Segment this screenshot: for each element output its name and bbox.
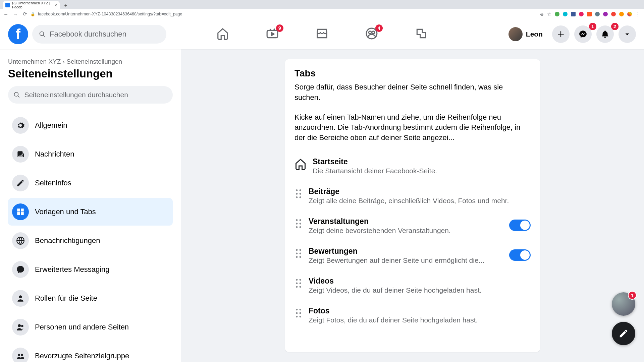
ext-icon-6[interactable] (595, 12, 600, 16)
svg-point-37 (300, 279, 301, 281)
toggle-switch[interactable] (509, 249, 531, 261)
tabs-card: Tabs Sorge dafür, dass Besucher deiner S… (285, 59, 540, 352)
breadcrumb-page-link[interactable]: Unternehmen XYZ (8, 58, 61, 65)
sidebar-title: Seiteneinstellungen (8, 67, 173, 80)
chevron-down-icon (623, 30, 632, 39)
browser-address-bar: ← → ⟳ 🔒 facebook.com/Unternehmen-XYZ-104… (0, 9, 644, 19)
profile-avatar (508, 27, 523, 41)
new-tab-button[interactable]: + (62, 2, 69, 8)
content-area: Tabs Sorge dafür, dass Besucher deiner S… (181, 49, 644, 362)
nav-marketplace[interactable] (316, 27, 328, 41)
drag-handle-icon[interactable] (294, 189, 303, 198)
drag-handle-icon[interactable] (294, 219, 303, 228)
ext-icon-10[interactable] (627, 12, 632, 16)
url-field[interactable]: 🔒 facebook.com/Unternehmen-XYZ-104338234… (31, 12, 537, 16)
svg-rect-10 (17, 212, 20, 215)
tab-row-bewertungen[interactable]: Bewertungen Zeigt Bewertungen auf deiner… (294, 241, 531, 270)
ext-icon-9[interactable] (619, 12, 624, 16)
card-description-2: Kicke auf einen Tab-Namen und ziehe, um … (294, 112, 531, 143)
watch-badge: 9 (276, 24, 283, 32)
messenger-button[interactable]: 1 (574, 25, 592, 43)
sidebar-item-personen-seiten[interactable]: Personen und andere Seiten (8, 313, 173, 341)
create-button[interactable] (552, 25, 570, 43)
svg-point-0 (40, 32, 44, 36)
floating-new-message-button[interactable] (612, 322, 635, 345)
messenger-badge: 1 (589, 23, 596, 30)
svg-point-5 (372, 31, 375, 34)
ext-icon-7[interactable] (603, 12, 608, 16)
toggle-switch[interactable] (509, 220, 531, 231)
ext-icon-3[interactable] (571, 12, 576, 16)
drag-handle-icon[interactable] (294, 279, 303, 288)
profile-name: Leon (526, 30, 543, 38)
sidebar-item-label: Rollen für die Seite (35, 294, 97, 303)
close-tab-icon[interactable]: × (54, 3, 57, 8)
tab-row-videos[interactable]: Videos Zeigt Videos, die du auf deiner S… (294, 270, 531, 300)
svg-point-24 (296, 219, 298, 221)
ext-menu-icon[interactable]: ⋮ (635, 11, 641, 17)
tab-row-veranstaltungen[interactable]: Veranstaltungen Zeigt deine bevorstehend… (294, 211, 531, 241)
svg-point-27 (300, 223, 301, 224)
sidebar-item-allgemein[interactable]: Allgemein (8, 112, 173, 139)
tab-row-fotos[interactable]: Fotos Zeigt Fotos, die du auf deiner Sei… (294, 300, 531, 330)
reload-icon[interactable]: ⟳ (23, 11, 27, 17)
facebook-search[interactable] (32, 25, 166, 44)
svg-point-33 (300, 252, 301, 254)
sidebar-item-vorlagen-tabs[interactable]: Vorlagen und Tabs (8, 198, 173, 226)
zoom-icon[interactable]: ⊕ (540, 12, 544, 17)
sidebar-item-seiteninfos[interactable]: Seiteninfos (8, 169, 173, 197)
facebook-favicon (5, 3, 10, 7)
tab-row-beitraege[interactable]: Beiträge Zeigt alle deine Beiträge, eins… (294, 181, 531, 211)
notifications-button[interactable]: 2 (596, 25, 614, 43)
back-icon[interactable]: ← (3, 11, 8, 17)
drag-handle-icon[interactable] (294, 308, 303, 318)
sidebar-item-label: Bevorzugte Seitenzielgruppe (35, 352, 129, 360)
floating-chat-badge: 1 (628, 291, 637, 300)
sidebar-search[interactable] (8, 86, 173, 104)
nav-watch[interactable]: 9 (266, 27, 279, 41)
account-menu-button[interactable] (619, 25, 636, 43)
nav-groups[interactable]: 4 (365, 27, 378, 41)
svg-point-35 (300, 256, 301, 258)
ext-icon-5[interactable] (587, 12, 592, 16)
nav-gaming[interactable] (415, 27, 428, 41)
profile-chip[interactable]: Leon (506, 25, 547, 43)
svg-point-44 (296, 312, 298, 314)
svg-point-42 (296, 309, 298, 310)
svg-point-31 (300, 249, 301, 251)
nav-home[interactable] (216, 27, 229, 41)
floating-chat-avatar[interactable]: 1 (612, 292, 635, 316)
tab-description: Zeigt Videos, die du auf deiner Seite ho… (309, 286, 531, 294)
lock-icon: 🔒 (31, 12, 35, 16)
svg-point-47 (300, 316, 301, 317)
drag-handle-icon[interactable] (294, 249, 303, 258)
breadcrumb: Unternehmen XYZ › Seiteneinstellungen (8, 58, 173, 65)
star-icon[interactable]: ☆ (547, 11, 551, 17)
ext-icon-4[interactable] (579, 12, 584, 16)
sidebar-item-rollen[interactable]: Rollen für die Seite (8, 285, 173, 312)
sidebar-item-nachrichten[interactable]: Nachrichten (8, 140, 173, 168)
facebook-logo[interactable]: f (8, 24, 28, 44)
facebook-search-input[interactable] (50, 30, 160, 39)
breadcrumb-current: Seiteneinstellungen (66, 58, 122, 65)
breadcrumb-separator: › (61, 58, 66, 65)
sidebar-item-benachrichtigungen[interactable]: Benachrichtigungen (8, 227, 173, 254)
ext-icon-1[interactable] (555, 12, 559, 16)
forward-icon[interactable]: → (13, 11, 18, 17)
plus-icon (556, 30, 565, 39)
sidebar-item-erweitertes-messaging[interactable]: Erweitertes Messaging (8, 256, 173, 283)
ext-icon-2[interactable] (563, 12, 568, 16)
tab-row-startseite[interactable]: Startseite Die Startansicht deiner Faceb… (294, 151, 531, 181)
svg-line-1 (43, 35, 45, 37)
sidebar-item-label: Nachrichten (35, 150, 74, 159)
svg-rect-11 (21, 212, 24, 215)
svg-point-3 (366, 28, 377, 39)
sidebar-search-input[interactable] (24, 91, 167, 99)
svg-point-39 (300, 282, 301, 284)
ext-icon-8[interactable] (611, 12, 616, 16)
svg-line-7 (18, 96, 19, 98)
browser-chrome: (3) Unternehmen XYZ | Faceb × + ← → ⟳ 🔒 … (0, 0, 644, 19)
sidebar-item-zielgruppe[interactable]: Bevorzugte Seitenzielgruppe (8, 342, 173, 362)
groups-badge: 4 (375, 24, 383, 32)
browser-tab[interactable]: (3) Unternehmen XYZ | Faceb × (3, 1, 60, 9)
